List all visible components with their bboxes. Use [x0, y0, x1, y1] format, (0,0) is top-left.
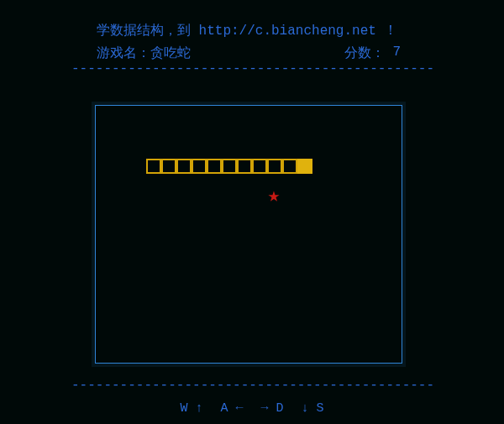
- key-up-label: W: [180, 401, 187, 416]
- divider-bottom: ----------------------------------------…: [71, 378, 433, 393]
- snake-body-segment: [282, 159, 297, 174]
- arrow-right-icon: →: [261, 401, 269, 416]
- snake-body-segment: [176, 159, 192, 174]
- promo-banner: 学数据结构，到 http://c.biancheng.net ！: [97, 22, 397, 39]
- key-left-label: A: [220, 401, 228, 416]
- snake-body-segment: [222, 159, 237, 174]
- snake-body-segment: [192, 159, 207, 174]
- header-line: 游戏名： 贪吃蛇 分数： 7: [97, 44, 401, 62]
- score-value: 7: [392, 44, 401, 62]
- controls-hint: W ↑ A ← → D ↓ S: [0, 401, 504, 416]
- snake-body-segment: [252, 159, 267, 174]
- snake-head: [297, 159, 312, 174]
- arrow-up-icon: ↑: [195, 401, 202, 416]
- key-down-label: S: [317, 401, 324, 416]
- game-name-label: 游戏名：: [97, 44, 150, 62]
- game-name-value: 贪吃蛇: [150, 44, 191, 62]
- snake-body-segment: [207, 159, 222, 174]
- food-star-icon: ★: [266, 186, 281, 207]
- snake-body-segment: [267, 159, 282, 174]
- divider-top: ----------------------------------------…: [71, 61, 433, 76]
- game-arena[interactable]: ★: [95, 105, 402, 364]
- arrow-down-icon: ↓: [302, 401, 309, 416]
- key-right-label: D: [276, 401, 284, 416]
- snake-body-segment: [161, 159, 176, 174]
- score-label: 分数：: [344, 44, 385, 62]
- snake-body-segment: [146, 159, 161, 174]
- snake-body-segment: [237, 159, 252, 174]
- arrow-left-icon: ←: [235, 401, 243, 416]
